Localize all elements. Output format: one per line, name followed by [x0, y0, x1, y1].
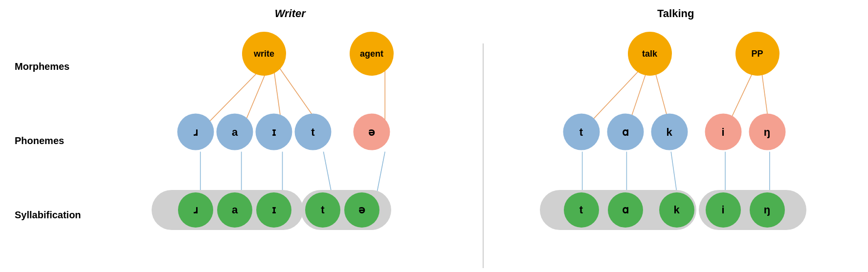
writer-syll-a: a	[217, 192, 252, 228]
writer-phoneme-r: ɹ	[178, 114, 214, 150]
talking-phoneme-i: i	[705, 114, 741, 150]
writer-phoneme-i: ɪ	[256, 114, 292, 150]
talking-phoneme-t: t	[563, 114, 600, 150]
writer-phoneme-t: t	[295, 114, 332, 150]
labels-column: Morphemes Phonemes Syllabification	[0, 0, 98, 272]
talking-section: Talking talk PP t ɑ k i ŋ t	[484, 0, 868, 272]
writer-syll-schwa: ə	[344, 192, 379, 228]
talking-syll-i: i	[706, 192, 741, 228]
talking-syll-ng: ŋ	[750, 192, 785, 228]
talking-phoneme-a: ɑ	[607, 114, 644, 150]
talking-morpheme-pp: PP	[735, 32, 779, 76]
morphemes-label: Morphemes	[15, 61, 69, 72]
talking-syll-k: k	[659, 192, 694, 228]
writer-phoneme-a: a	[217, 114, 253, 150]
writer-morpheme-write: write	[242, 32, 286, 76]
syllabification-label: Syllabification	[15, 209, 81, 221]
writer-phoneme-schwa: ə	[354, 114, 390, 150]
talking-phoneme-k: k	[651, 114, 688, 150]
writer-syll-i: ɪ	[256, 192, 291, 228]
talking-morpheme-talk: talk	[628, 32, 672, 76]
main-container: Morphemes Phonemes Syllabification Write…	[0, 0, 868, 272]
talking-phoneme-ng: ŋ	[749, 114, 785, 150]
writer-section: Writer write agent ɹ a ɪ t ə ɹ	[98, 0, 483, 272]
talking-syll-a: ɑ	[608, 192, 643, 228]
writer-title: Writer	[98, 0, 483, 22]
writer-syll-t: t	[305, 192, 340, 228]
talking-syll-t: t	[564, 192, 599, 228]
writer-morpheme-agent: agent	[350, 32, 394, 76]
talking-title: Talking	[484, 0, 868, 22]
phonemes-label: Phonemes	[15, 135, 64, 146]
writer-syll-r: ɹ	[178, 192, 213, 228]
